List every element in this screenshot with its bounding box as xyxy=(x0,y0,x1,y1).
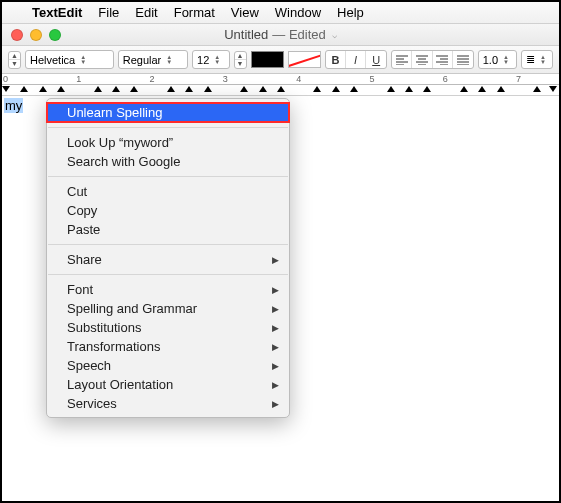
line-spacing-value: 1.0 xyxy=(483,54,498,66)
list-icon: ≣ xyxy=(526,53,535,66)
minimize-button[interactable] xyxy=(30,29,42,41)
text-color-well[interactable] xyxy=(251,51,284,68)
tab-stop-marker[interactable] xyxy=(460,86,468,92)
close-button[interactable] xyxy=(11,29,23,41)
ruler-number: 4 xyxy=(296,74,301,84)
underline-button[interactable]: U xyxy=(366,51,386,68)
tab-stop-marker[interactable] xyxy=(130,86,138,92)
ruler-number: 1 xyxy=(76,74,81,84)
right-indent-marker[interactable] xyxy=(549,86,557,92)
ctx-paste[interactable]: Paste xyxy=(47,220,289,239)
align-center-button[interactable] xyxy=(412,51,432,68)
ctx-unlearn-spelling[interactable]: Unlearn Spelling xyxy=(47,103,289,122)
context-menu-separator xyxy=(48,274,288,275)
tab-stop-marker[interactable] xyxy=(204,86,212,92)
tab-stop-marker[interactable] xyxy=(112,86,120,92)
ctx-transformations[interactable]: Transformations xyxy=(47,337,289,356)
tab-stop-marker[interactable] xyxy=(57,86,65,92)
ctx-speech[interactable]: Speech xyxy=(47,356,289,375)
tab-stop-marker[interactable] xyxy=(20,86,28,92)
ctx-substitutions[interactable]: Substitutions xyxy=(47,318,289,337)
context-menu-separator xyxy=(48,176,288,177)
document-status: — Edited xyxy=(272,27,325,42)
title-dropdown-icon[interactable]: ⌵ xyxy=(332,30,337,40)
font-style-value: Regular xyxy=(123,54,162,66)
font-size-value: 12 xyxy=(197,54,209,66)
context-menu: Unlearn SpellingLook Up “myword”Search w… xyxy=(46,98,290,418)
align-left-button[interactable] xyxy=(392,51,412,68)
left-indent-marker[interactable] xyxy=(2,86,10,92)
ctx-layout-orientation[interactable]: Layout Orientation xyxy=(47,375,289,394)
menu-format[interactable]: Format xyxy=(174,5,215,20)
ruler-number: 7 xyxy=(516,74,521,84)
document-area[interactable]: my Unlearn SpellingLook Up “myword”Searc… xyxy=(2,96,559,501)
tab-stop-marker[interactable] xyxy=(423,86,431,92)
tab-stop-marker[interactable] xyxy=(533,86,541,92)
window-controls xyxy=(11,29,61,41)
tab-stop-marker[interactable] xyxy=(405,86,413,92)
ctx-services[interactable]: Services xyxy=(47,394,289,413)
ruler[interactable]: 01234567 xyxy=(2,74,559,96)
tab-stop-marker[interactable] xyxy=(240,86,248,92)
align-justify-button[interactable] xyxy=(453,51,473,68)
tab-stop-marker[interactable] xyxy=(185,86,193,92)
list-style-select[interactable]: ≣ ▲▼ xyxy=(521,50,553,69)
ctx-copy[interactable]: Copy xyxy=(47,201,289,220)
window-titlebar: Untitled — Edited ⌵ xyxy=(2,24,559,46)
font-size-stepper[interactable]: ▲▼ xyxy=(234,51,247,69)
menu-window[interactable]: Window xyxy=(275,5,321,20)
menu-help[interactable]: Help xyxy=(337,5,364,20)
align-right-button[interactable] xyxy=(433,51,453,68)
tab-stop-marker[interactable] xyxy=(332,86,340,92)
selected-text[interactable]: my xyxy=(4,98,23,113)
context-menu-separator xyxy=(48,244,288,245)
document-name: Untitled xyxy=(224,27,268,42)
app-menu[interactable]: TextEdit xyxy=(32,5,82,20)
style-stepper[interactable]: ▲▼ xyxy=(8,51,21,69)
text-style-group: B I U xyxy=(325,50,387,69)
tab-stop-marker[interactable] xyxy=(497,86,505,92)
font-style-select[interactable]: Regular ▲▼ xyxy=(118,50,188,69)
ctx-cut[interactable]: Cut xyxy=(47,182,289,201)
line-spacing-select[interactable]: 1.0 ▲▼ xyxy=(478,50,517,69)
ctx-search-with-google[interactable]: Search with Google xyxy=(47,152,289,171)
system-menubar: TextEdit File Edit Format View Window He… xyxy=(2,2,559,24)
tab-stop-marker[interactable] xyxy=(478,86,486,92)
alignment-group xyxy=(391,50,474,69)
ruler-number: 5 xyxy=(369,74,374,84)
tab-stop-marker[interactable] xyxy=(94,86,102,92)
font-size-select[interactable]: 12 ▲▼ xyxy=(192,50,229,69)
context-menu-separator xyxy=(48,127,288,128)
ruler-number: 0 xyxy=(3,74,8,84)
italic-button[interactable]: I xyxy=(346,51,366,68)
tab-stop-marker[interactable] xyxy=(167,86,175,92)
ctx-share[interactable]: Share xyxy=(47,250,289,269)
ctx-font[interactable]: Font xyxy=(47,280,289,299)
tab-stop-marker[interactable] xyxy=(313,86,321,92)
tab-stop-marker[interactable] xyxy=(259,86,267,92)
menu-view[interactable]: View xyxy=(231,5,259,20)
font-family-select[interactable]: Helvetica ▲▼ xyxy=(25,50,114,69)
ruler-number: 2 xyxy=(150,74,155,84)
font-family-value: Helvetica xyxy=(30,54,75,66)
menu-file[interactable]: File xyxy=(98,5,119,20)
ctx-spelling-and-grammar[interactable]: Spelling and Grammar xyxy=(47,299,289,318)
tab-stop-marker[interactable] xyxy=(39,86,47,92)
ctx-look-up-myword[interactable]: Look Up “myword” xyxy=(47,133,289,152)
tab-stop-marker[interactable] xyxy=(387,86,395,92)
highlight-color-well[interactable] xyxy=(288,51,321,68)
ruler-number: 3 xyxy=(223,74,228,84)
tab-stop-marker[interactable] xyxy=(350,86,358,92)
menu-edit[interactable]: Edit xyxy=(135,5,157,20)
zoom-button[interactable] xyxy=(49,29,61,41)
format-toolbar: ▲▼ Helvetica ▲▼ Regular ▲▼ 12 ▲▼ ▲▼ B I … xyxy=(2,46,559,74)
tab-stop-marker[interactable] xyxy=(277,86,285,92)
bold-button[interactable]: B xyxy=(326,51,346,68)
window-title[interactable]: Untitled — Edited ⌵ xyxy=(224,27,337,42)
ruler-number: 6 xyxy=(443,74,448,84)
